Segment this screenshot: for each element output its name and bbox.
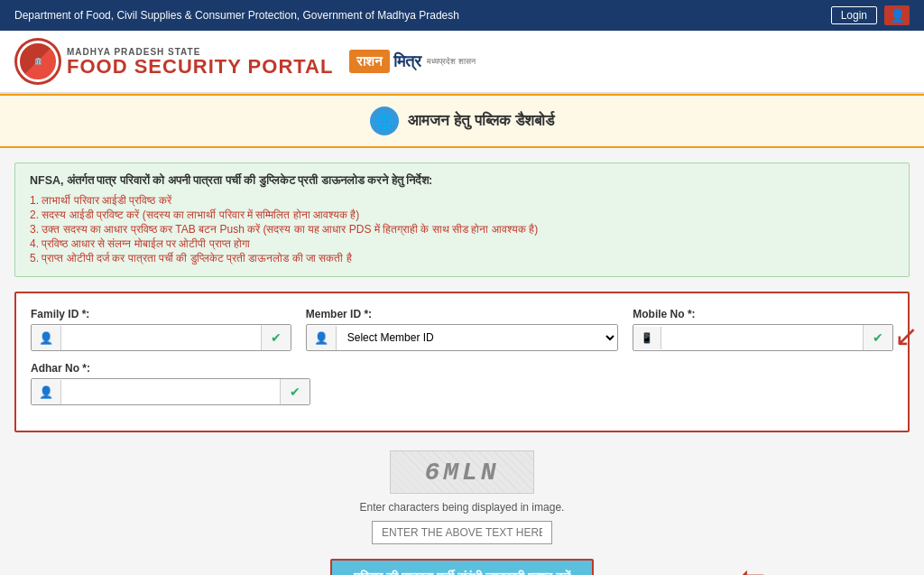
rashan-mitra-block: राशन मित्र मध्यप्रदेश शासन bbox=[349, 50, 476, 73]
banner-text: आमजन हेतु पब्लिक डैशबोर्ड bbox=[408, 112, 553, 130]
mobile-no-check-button[interactable]: ✔ bbox=[863, 325, 892, 350]
member-id-group: Member ID *: 👤 Select Member ID bbox=[306, 308, 619, 351]
family-id-input-wrap: 👤 ✔ bbox=[31, 324, 291, 351]
top-bar: Department of Food, Civil Supplies & Con… bbox=[0, 0, 924, 31]
adhar-no-label: Adhar No *: bbox=[31, 362, 310, 375]
captcha-input[interactable] bbox=[372, 521, 552, 544]
adhar-no-check-button[interactable]: ✔ bbox=[280, 379, 310, 404]
family-id-user-icon: 👤 bbox=[32, 326, 61, 350]
member-id-user-icon: 👤 bbox=[307, 326, 337, 350]
mobile-no-input[interactable] bbox=[661, 326, 863, 349]
adhar-no-group: Adhar No *: 👤 ✔ bbox=[31, 362, 310, 405]
mobile-no-group: Mobile No *: 📱 ✔ bbox=[633, 308, 893, 351]
header-main-label: FOOD SECURITY PORTAL bbox=[67, 57, 333, 77]
mobile-phone-icon: 📱 bbox=[633, 327, 661, 349]
family-id-check-button[interactable]: ✔ bbox=[261, 325, 291, 350]
form-row-2: Adhar No *: 👤 ✔ bbox=[31, 362, 893, 405]
header-logo: 🏛️ MADHYA PRADESH STATE FOOD SECURITY PO… bbox=[14, 38, 476, 85]
info-list: 1. लाभार्थी परिवार आईडी प्रविष्ठ करें 2.… bbox=[30, 193, 894, 265]
main-content: NFSA, अंतर्गत पात्र परिवारों को अपनी पात… bbox=[0, 148, 924, 575]
logo-emblem: 🏛️ bbox=[14, 38, 61, 85]
submit-section: परिवार की पात्रता पर्ची संबंधी जानकारी प… bbox=[14, 559, 910, 575]
adhar-no-user-icon: 👤 bbox=[32, 380, 61, 404]
rashan-label: राशन bbox=[349, 50, 390, 73]
top-bar-title: Department of Food, Civil Supplies & Con… bbox=[14, 9, 459, 22]
submit-arrow-indicator: ⬅ bbox=[738, 559, 765, 576]
form-section: Family ID *: 👤 ✔ Member ID *: 👤 bbox=[14, 292, 910, 432]
info-step-1: 1. लाभार्थी परिवार आईडी प्रविष्ठ करें bbox=[30, 193, 894, 208]
login-button[interactable]: Login bbox=[831, 6, 877, 24]
captcha-section: 6MLN Enter characters being displayed in… bbox=[14, 450, 910, 544]
captcha-image: 6MLN bbox=[390, 450, 534, 494]
info-step-3: 3. उक्त सदस्य का आधार प्रविष्ठ कर TAB बट… bbox=[30, 222, 894, 236]
member-id-select[interactable]: Select Member ID bbox=[337, 325, 618, 350]
logo-inner: 🏛️ bbox=[17, 41, 59, 82]
family-id-label: Family ID *: bbox=[31, 308, 291, 320]
user-icon: 👤 bbox=[890, 8, 905, 23]
member-id-input-wrap: 👤 Select Member ID bbox=[306, 324, 619, 351]
form-row-1: Family ID *: 👤 ✔ Member ID *: 👤 bbox=[31, 308, 893, 351]
mobile-no-label: Mobile No *: bbox=[633, 308, 893, 320]
family-id-input[interactable] bbox=[61, 326, 261, 349]
captcha-label: Enter characters being displayed in imag… bbox=[360, 501, 565, 514]
header-text-block: MADHYA PRADESH STATE FOOD SECURITY PORTA… bbox=[67, 47, 333, 77]
family-id-group: Family ID *: 👤 ✔ bbox=[31, 308, 291, 351]
info-box: NFSA, अंतर्गत पात्र परिवारों को अपनी पात… bbox=[14, 162, 910, 277]
adhar-no-input[interactable] bbox=[61, 380, 280, 403]
info-step-4: 4. प्रविष्ठ आधार से संलग्न मोबाईल पर ओटी… bbox=[30, 236, 894, 251]
top-bar-right: Login 👤 bbox=[831, 5, 910, 25]
header: 🏛️ MADHYA PRADESH STATE FOOD SECURITY PO… bbox=[0, 31, 924, 94]
adhar-no-input-wrap: 👤 ✔ bbox=[31, 378, 310, 405]
member-id-label: Member ID *: bbox=[306, 308, 619, 320]
public-dashboard-banner: 🌐 आमजन हेतु पब्लिक डैशबोर्ड bbox=[0, 94, 924, 148]
mobile-no-input-wrap: 📱 ✔ bbox=[633, 324, 893, 351]
captcha-text: 6MLN bbox=[424, 459, 499, 487]
tagline: मध्यप्रदेश शासन bbox=[427, 57, 476, 67]
banner-icon: 🌐 bbox=[370, 107, 399, 135]
info-heading: NFSA, अंतर्गत पात्र परिवारों को अपनी पात… bbox=[30, 174, 894, 188]
info-step-2: 2. सदस्य आईडी प्रविष्ट करें (सदस्य का ला… bbox=[30, 208, 894, 222]
submit-button[interactable]: परिवार की पात्रता पर्ची संबंधी जानकारी प… bbox=[330, 559, 593, 575]
form-wrapper: ↙ Family ID *: 👤 ✔ bbox=[14, 292, 910, 450]
user-icon-box: 👤 bbox=[884, 5, 910, 25]
mitra-label: मित्र bbox=[393, 52, 421, 71]
info-step-5: 5. प्राप्त ओटीपी दर्ज कर पात्रता पर्ची क… bbox=[30, 251, 894, 265]
